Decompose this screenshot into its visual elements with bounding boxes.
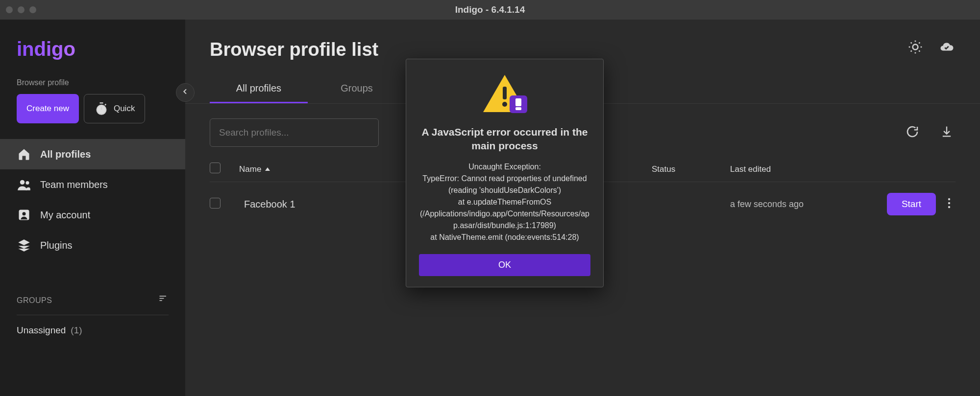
- theme-toggle-button[interactable]: [906, 39, 924, 57]
- nav-label: Plugins: [40, 240, 73, 251]
- nav-plugins[interactable]: Plugins: [0, 230, 185, 260]
- search-input[interactable]: [210, 118, 379, 147]
- stopwatch-icon: [94, 101, 109, 116]
- svg-rect-7: [160, 298, 164, 299]
- svg-point-11: [948, 202, 950, 204]
- tab-groups[interactable]: Groups: [308, 75, 406, 103]
- minimize-window-button[interactable]: [18, 6, 24, 13]
- group-item-unassigned[interactable]: Unassigned (1): [17, 325, 169, 336]
- groups-section: GROUPS Unassigned (1): [0, 295, 185, 336]
- sidebar-section-label: Browser profile: [17, 78, 169, 87]
- cloud-check-icon: [938, 40, 955, 57]
- nav-label: Team members: [40, 179, 108, 190]
- account-icon: [17, 208, 31, 222]
- home-icon: [17, 147, 31, 162]
- sidebar: indigo Browser profile Create new: [0, 20, 185, 396]
- collapse-sidebar-button[interactable]: [176, 83, 195, 102]
- people-icon: [17, 177, 31, 192]
- download-icon: [940, 125, 954, 141]
- quick-label: Quick: [114, 104, 135, 114]
- window-title: Indigo - 6.4.1.14: [0, 4, 980, 15]
- sort-icon[interactable]: [158, 295, 169, 306]
- start-button[interactable]: Start: [887, 193, 936, 215]
- chevron-left-icon: [181, 88, 189, 98]
- page-title: Browser profile list: [210, 39, 378, 60]
- svg-text:indigo: indigo: [17, 38, 75, 60]
- svg-point-14: [502, 102, 507, 107]
- create-new-label: Create new: [26, 104, 69, 114]
- svg-rect-6: [160, 296, 167, 297]
- col-header-status[interactable]: Status: [652, 164, 730, 174]
- nav-label: My account: [40, 210, 90, 221]
- nav-all-profiles[interactable]: All profiles: [0, 139, 185, 169]
- sort-asc-icon: [265, 167, 270, 171]
- svg-rect-17: [515, 107, 521, 110]
- error-dialog: A JavaScript error occurred in the main …: [406, 59, 604, 287]
- row-more-button[interactable]: [943, 198, 956, 211]
- zoom-window-button[interactable]: [29, 6, 36, 13]
- error-body: Uncaught Exception: TypeError: Cannot re…: [419, 161, 590, 243]
- svg-point-3: [26, 181, 29, 185]
- svg-rect-8: [160, 300, 162, 301]
- window-traffic-lights: [6, 6, 36, 13]
- svg-point-5: [23, 212, 26, 215]
- export-button[interactable]: [938, 124, 956, 141]
- svg-rect-13: [503, 87, 507, 99]
- refresh-button[interactable]: [904, 124, 921, 141]
- titlebar: Indigo - 6.4.1.14: [0, 0, 980, 20]
- nav-label: All profiles: [40, 149, 91, 160]
- svg-point-10: [948, 198, 950, 200]
- svg-point-2: [20, 180, 24, 185]
- error-icon-container: [419, 73, 590, 117]
- groups-heading: GROUPS: [17, 296, 52, 305]
- cloud-sync-button[interactable]: [938, 39, 956, 57]
- select-all-checkbox[interactable]: [210, 163, 220, 173]
- close-window-button[interactable]: [6, 6, 13, 13]
- nav-my-account[interactable]: My account: [0, 200, 185, 230]
- svg-point-9: [913, 44, 918, 49]
- error-ok-button[interactable]: OK: [419, 254, 590, 276]
- primary-nav: All profiles Team members My account Plu…: [0, 139, 185, 260]
- create-new-button[interactable]: Create new: [17, 94, 79, 123]
- nav-team-members[interactable]: Team members: [0, 169, 185, 200]
- refresh-icon: [905, 124, 920, 141]
- quick-button[interactable]: Quick: [84, 94, 145, 123]
- col-header-name-label: Name: [239, 164, 261, 174]
- col-header-last-edited[interactable]: Last edited: [730, 164, 853, 174]
- error-title: A JavaScript error occurred in the main …: [419, 125, 590, 153]
- svg-rect-16: [515, 98, 521, 106]
- app-logo: indigo: [0, 20, 185, 75]
- group-name: Unassigned: [17, 325, 66, 336]
- row-last-edited: a few seconds ago: [730, 199, 853, 210]
- group-count: (1): [71, 325, 82, 336]
- sun-icon: [907, 39, 923, 57]
- warning-icon: [481, 73, 528, 117]
- more-vertical-icon: [948, 198, 951, 211]
- svg-point-1: [97, 105, 106, 115]
- row-checkbox[interactable]: [210, 198, 220, 209]
- tab-all-profiles[interactable]: All profiles: [210, 75, 308, 103]
- layers-icon: [17, 238, 31, 253]
- svg-point-12: [948, 206, 950, 208]
